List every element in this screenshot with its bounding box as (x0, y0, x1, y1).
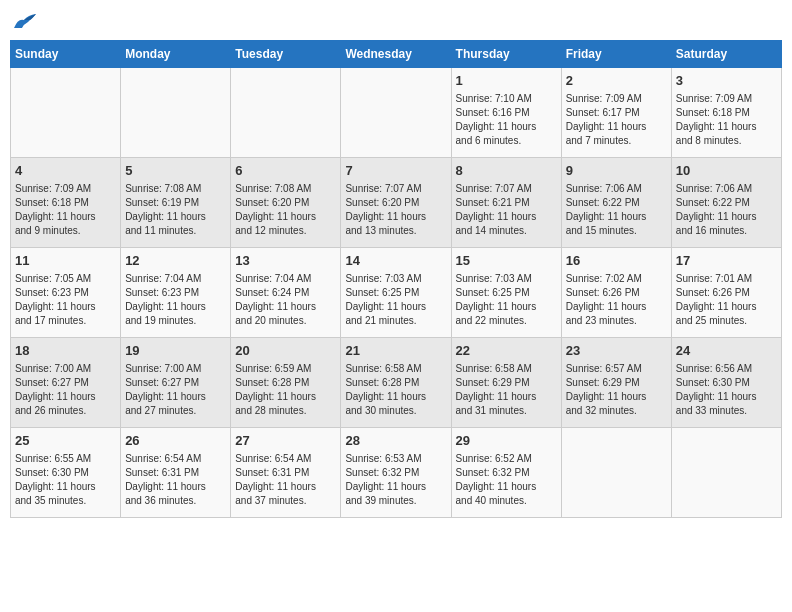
day-number: 18 (15, 342, 116, 360)
day-info: Sunrise: 7:02 AM Sunset: 6:26 PM Dayligh… (566, 272, 667, 328)
calendar-week-row: 1Sunrise: 7:10 AM Sunset: 6:16 PM Daylig… (11, 68, 782, 158)
day-info: Sunrise: 7:03 AM Sunset: 6:25 PM Dayligh… (456, 272, 557, 328)
day-number: 23 (566, 342, 667, 360)
calendar-table: SundayMondayTuesdayWednesdayThursdayFrid… (10, 40, 782, 518)
weekday-header: Sunday (11, 41, 121, 68)
calendar-day-cell: 1Sunrise: 7:10 AM Sunset: 6:16 PM Daylig… (451, 68, 561, 158)
day-info: Sunrise: 7:01 AM Sunset: 6:26 PM Dayligh… (676, 272, 777, 328)
calendar-day-cell: 24Sunrise: 6:56 AM Sunset: 6:30 PM Dayli… (671, 338, 781, 428)
day-info: Sunrise: 6:59 AM Sunset: 6:28 PM Dayligh… (235, 362, 336, 418)
weekday-header: Friday (561, 41, 671, 68)
calendar-day-cell: 11Sunrise: 7:05 AM Sunset: 6:23 PM Dayli… (11, 248, 121, 338)
day-number: 16 (566, 252, 667, 270)
day-number: 13 (235, 252, 336, 270)
day-info: Sunrise: 6:55 AM Sunset: 6:30 PM Dayligh… (15, 452, 116, 508)
calendar-day-cell: 21Sunrise: 6:58 AM Sunset: 6:28 PM Dayli… (341, 338, 451, 428)
calendar-day-cell: 13Sunrise: 7:04 AM Sunset: 6:24 PM Dayli… (231, 248, 341, 338)
calendar-day-cell: 23Sunrise: 6:57 AM Sunset: 6:29 PM Dayli… (561, 338, 671, 428)
weekday-header: Tuesday (231, 41, 341, 68)
calendar-day-cell: 22Sunrise: 6:58 AM Sunset: 6:29 PM Dayli… (451, 338, 561, 428)
day-info: Sunrise: 7:06 AM Sunset: 6:22 PM Dayligh… (676, 182, 777, 238)
calendar-day-cell: 7Sunrise: 7:07 AM Sunset: 6:20 PM Daylig… (341, 158, 451, 248)
weekday-header: Monday (121, 41, 231, 68)
day-info: Sunrise: 7:00 AM Sunset: 6:27 PM Dayligh… (15, 362, 116, 418)
calendar-day-cell: 2Sunrise: 7:09 AM Sunset: 6:17 PM Daylig… (561, 68, 671, 158)
calendar-day-cell (671, 428, 781, 518)
day-number: 21 (345, 342, 446, 360)
calendar-week-row: 25Sunrise: 6:55 AM Sunset: 6:30 PM Dayli… (11, 428, 782, 518)
day-number: 9 (566, 162, 667, 180)
calendar-day-cell: 16Sunrise: 7:02 AM Sunset: 6:26 PM Dayli… (561, 248, 671, 338)
calendar-day-cell: 19Sunrise: 7:00 AM Sunset: 6:27 PM Dayli… (121, 338, 231, 428)
day-info: Sunrise: 7:07 AM Sunset: 6:21 PM Dayligh… (456, 182, 557, 238)
day-number: 20 (235, 342, 336, 360)
day-info: Sunrise: 7:09 AM Sunset: 6:18 PM Dayligh… (676, 92, 777, 148)
calendar-day-cell: 29Sunrise: 6:52 AM Sunset: 6:32 PM Dayli… (451, 428, 561, 518)
day-number: 11 (15, 252, 116, 270)
day-number: 24 (676, 342, 777, 360)
calendar-day-cell (231, 68, 341, 158)
day-number: 14 (345, 252, 446, 270)
day-number: 2 (566, 72, 667, 90)
calendar-week-row: 11Sunrise: 7:05 AM Sunset: 6:23 PM Dayli… (11, 248, 782, 338)
day-number: 4 (15, 162, 116, 180)
day-number: 25 (15, 432, 116, 450)
calendar-day-cell (11, 68, 121, 158)
calendar-day-cell: 27Sunrise: 6:54 AM Sunset: 6:31 PM Dayli… (231, 428, 341, 518)
calendar-week-row: 18Sunrise: 7:00 AM Sunset: 6:27 PM Dayli… (11, 338, 782, 428)
day-number: 29 (456, 432, 557, 450)
calendar-day-cell (121, 68, 231, 158)
calendar-day-cell: 8Sunrise: 7:07 AM Sunset: 6:21 PM Daylig… (451, 158, 561, 248)
day-number: 5 (125, 162, 226, 180)
calendar-day-cell: 3Sunrise: 7:09 AM Sunset: 6:18 PM Daylig… (671, 68, 781, 158)
weekday-header: Thursday (451, 41, 561, 68)
day-info: Sunrise: 7:06 AM Sunset: 6:22 PM Dayligh… (566, 182, 667, 238)
day-info: Sunrise: 7:03 AM Sunset: 6:25 PM Dayligh… (345, 272, 446, 328)
day-info: Sunrise: 6:58 AM Sunset: 6:29 PM Dayligh… (456, 362, 557, 418)
day-number: 7 (345, 162, 446, 180)
day-info: Sunrise: 7:05 AM Sunset: 6:23 PM Dayligh… (15, 272, 116, 328)
calendar-day-cell: 17Sunrise: 7:01 AM Sunset: 6:26 PM Dayli… (671, 248, 781, 338)
day-info: Sunrise: 7:08 AM Sunset: 6:19 PM Dayligh… (125, 182, 226, 238)
day-number: 6 (235, 162, 336, 180)
calendar-day-cell: 9Sunrise: 7:06 AM Sunset: 6:22 PM Daylig… (561, 158, 671, 248)
day-info: Sunrise: 7:09 AM Sunset: 6:18 PM Dayligh… (15, 182, 116, 238)
weekday-header-row: SundayMondayTuesdayWednesdayThursdayFrid… (11, 41, 782, 68)
day-info: Sunrise: 6:54 AM Sunset: 6:31 PM Dayligh… (125, 452, 226, 508)
day-info: Sunrise: 6:56 AM Sunset: 6:30 PM Dayligh… (676, 362, 777, 418)
day-number: 17 (676, 252, 777, 270)
day-info: Sunrise: 7:09 AM Sunset: 6:17 PM Dayligh… (566, 92, 667, 148)
weekday-header: Saturday (671, 41, 781, 68)
calendar-day-cell: 6Sunrise: 7:08 AM Sunset: 6:20 PM Daylig… (231, 158, 341, 248)
day-info: Sunrise: 6:57 AM Sunset: 6:29 PM Dayligh… (566, 362, 667, 418)
day-number: 3 (676, 72, 777, 90)
calendar-day-cell: 10Sunrise: 7:06 AM Sunset: 6:22 PM Dayli… (671, 158, 781, 248)
day-number: 28 (345, 432, 446, 450)
day-info: Sunrise: 7:04 AM Sunset: 6:24 PM Dayligh… (235, 272, 336, 328)
day-number: 1 (456, 72, 557, 90)
day-number: 10 (676, 162, 777, 180)
day-number: 27 (235, 432, 336, 450)
calendar-day-cell: 15Sunrise: 7:03 AM Sunset: 6:25 PM Dayli… (451, 248, 561, 338)
calendar-day-cell: 12Sunrise: 7:04 AM Sunset: 6:23 PM Dayli… (121, 248, 231, 338)
day-number: 22 (456, 342, 557, 360)
day-number: 26 (125, 432, 226, 450)
logo-icon (10, 10, 38, 32)
calendar-day-cell: 25Sunrise: 6:55 AM Sunset: 6:30 PM Dayli… (11, 428, 121, 518)
calendar-week-row: 4Sunrise: 7:09 AM Sunset: 6:18 PM Daylig… (11, 158, 782, 248)
day-info: Sunrise: 7:00 AM Sunset: 6:27 PM Dayligh… (125, 362, 226, 418)
day-number: 19 (125, 342, 226, 360)
day-number: 8 (456, 162, 557, 180)
calendar-day-cell: 18Sunrise: 7:00 AM Sunset: 6:27 PM Dayli… (11, 338, 121, 428)
day-info: Sunrise: 7:04 AM Sunset: 6:23 PM Dayligh… (125, 272, 226, 328)
logo (10, 10, 42, 32)
calendar-day-cell (561, 428, 671, 518)
calendar-day-cell: 20Sunrise: 6:59 AM Sunset: 6:28 PM Dayli… (231, 338, 341, 428)
day-info: Sunrise: 6:52 AM Sunset: 6:32 PM Dayligh… (456, 452, 557, 508)
day-info: Sunrise: 7:07 AM Sunset: 6:20 PM Dayligh… (345, 182, 446, 238)
calendar-day-cell: 26Sunrise: 6:54 AM Sunset: 6:31 PM Dayli… (121, 428, 231, 518)
calendar-day-cell (341, 68, 451, 158)
page-header (10, 10, 782, 32)
day-number: 12 (125, 252, 226, 270)
calendar-day-cell: 14Sunrise: 7:03 AM Sunset: 6:25 PM Dayli… (341, 248, 451, 338)
